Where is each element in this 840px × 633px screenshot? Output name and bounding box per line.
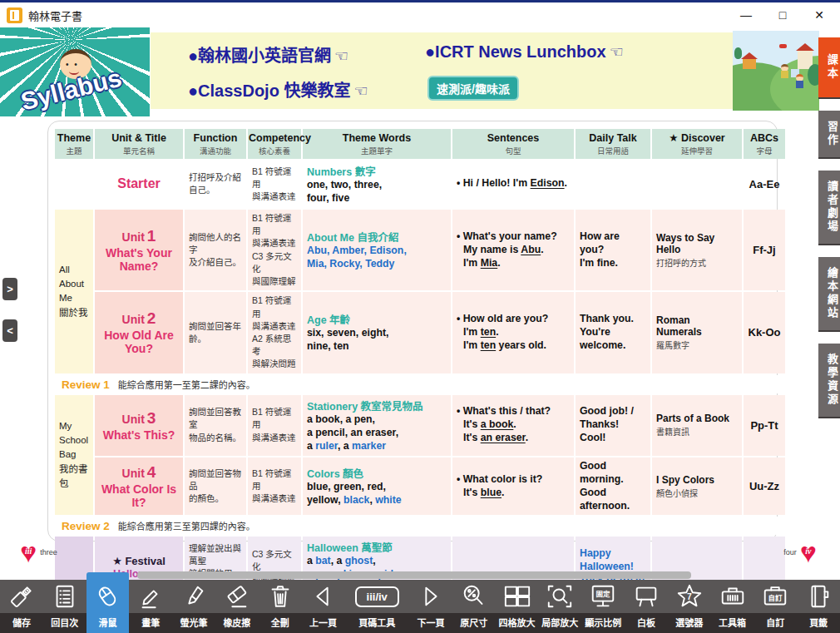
cell-unit4-abcs: Uu-Zz — [744, 457, 785, 516]
cell-unit4-theme-words: Colors 顏色blue, green, red,yellow, black,… — [303, 457, 451, 516]
side-tab-2[interactable]: 讀者劇場 — [818, 171, 840, 245]
hand-cursor-icon: ☜ — [334, 47, 348, 65]
col-header-competency: Competency核心素養 — [248, 129, 301, 159]
pen-icon — [136, 580, 165, 613]
toolbar-item-label: 白板 — [625, 613, 668, 633]
cell-unit3-title: Unit3 What's This? — [95, 395, 183, 456]
col-header-abcs: ABCs字母 — [744, 129, 785, 159]
syllabus-page-card: Theme主題 Unit & Title單元名稱 Function溝通功能 Co… — [47, 121, 778, 542]
col-header-unit-title: Unit & Title單元名稱 — [95, 129, 183, 159]
panel-collapse-toggle[interactable]: < — [2, 319, 17, 342]
heart-page-icon: ♥iii — [20, 540, 37, 565]
cell-unit4-sentences: • What color is it?It's blue. — [452, 457, 574, 516]
cell-unit2-title: Unit2 How Old Are You? — [95, 292, 183, 373]
maximize-button[interactable]: □ — [775, 8, 790, 22]
col-header-theme-words: Theme Words主題單字 — [303, 129, 451, 159]
whiteboard-icon — [632, 580, 660, 613]
cartoon-kid — [796, 74, 804, 89]
syllabus-table: Theme主題 Unit & Title單元名稱 Function溝通功能 Co… — [53, 127, 787, 633]
page-box-icon: iii/iv — [355, 580, 399, 613]
side-tab-4[interactable]: 教學資源 — [818, 344, 840, 418]
car-graphic — [779, 44, 787, 48]
cell-unit1-competency: B1 符號運用 與溝通表達 C3 多元文化 與國際理解 — [248, 210, 301, 290]
cell-unit2-discover: Roman Numerals羅馬數字 — [652, 292, 742, 373]
row-review2: Review 2能綜合應用第三至第四課的內容。 — [55, 517, 785, 535]
briefcase-custom-icon: 自訂 — [761, 580, 789, 613]
toolbar-item-star-number[interactable]: 7選號器 — [668, 580, 711, 633]
toolbar-item-toolbox[interactable]: 工具箱 — [711, 580, 754, 633]
link-icrt-news-lunchbox[interactable]: ●ICRT News Lunchbox☜ — [425, 42, 624, 62]
links-banner: ●翰林國小英語官網☜ ●ICRT News Lunchbox☜ ●ClassDo… — [151, 32, 733, 109]
toolbar-item-page-box[interactable]: iii/iv頁碼工具 — [344, 580, 409, 633]
col-header-theme: Theme主題 — [55, 129, 93, 159]
row-unit1: AllAboutMe關於我 Unit1 What's Your Name? 詢問… — [55, 210, 785, 290]
app-book-icon — [7, 7, 22, 23]
toolbar-item-usb-save[interactable]: 儲存 — [0, 580, 43, 633]
side-tab-3[interactable]: 繪本網站 — [818, 257, 840, 332]
row-starter: Starter 打招呼及介紹 自己。 B1 符號運用 與溝通表達 Numbers… — [55, 161, 785, 208]
cell-unit3-sentences: • What's this / that?It's a book.It's an… — [452, 395, 574, 456]
panel-expand-toggle[interactable]: > — [2, 278, 17, 300]
toolbar-item-next-triangle[interactable]: 下一頁 — [409, 580, 452, 633]
side-tab-0[interactable]: 課本 — [818, 37, 840, 99]
cell-unit4-discover: I Spy Colors顏色小偵探 — [652, 457, 742, 516]
toolbar-item-zoom-region[interactable]: 局部放大 — [538, 580, 581, 633]
toolbar-item-toc-list[interactable]: 回目次 — [43, 580, 86, 633]
toolbar-item-briefcase-custom[interactable]: 自訂自訂 — [754, 580, 797, 633]
monitor-fixed-icon: 固定 — [589, 580, 617, 613]
row-unit3: MySchoolBag我的書包 Unit3 What's This? 詢問並回答… — [55, 395, 785, 456]
cell-theme-my-school-bag: MySchoolBag我的書包 — [55, 395, 93, 516]
page-indicator-right: four ♥iv — [783, 540, 817, 565]
cell-unit2-theme-words: Age 年齡six, seven, eight,nine, ten — [303, 292, 451, 373]
toolbar-item-label: 局部放大 — [538, 613, 581, 633]
cell-unit3-function: 詢問並回答教室 物品的名稱。 — [185, 395, 246, 456]
hand-cursor-icon: ☜ — [353, 82, 368, 100]
toolbox-icon — [719, 580, 747, 613]
toolbar-item-trash[interactable]: 全刪 — [259, 580, 302, 633]
toolbar-item-whiteboard[interactable]: 白板 — [625, 580, 668, 633]
toolbar-item-label: 頁籤 — [797, 613, 840, 633]
page-number-indicator[interactable]: iii/iv — [355, 586, 399, 607]
trash-icon — [266, 580, 294, 613]
cell-starter-function: 打招呼及介紹 自己。 — [185, 161, 246, 208]
bottom-toolbar: 儲存回目次滑鼠畫筆螢光筆橡皮擦全刪上一頁iii/iv頁碼工具下一頁原尺寸四格放大… — [0, 580, 840, 633]
horizontal-scrollbar — [137, 571, 691, 579]
cell-unit1-title: Unit1 What's Your Name? — [95, 210, 183, 290]
toolbar-item-monitor-fixed[interactable]: 固定顯示比例 — [581, 580, 625, 633]
cell-unit2-abcs: Kk-Oo — [744, 292, 785, 373]
landscape-illustration — [733, 31, 819, 111]
cell-unit4-title: Unit4 What Color Is It? — [95, 457, 183, 516]
toolbar-item-label: 儲存 — [0, 613, 43, 633]
cell-unit3-daily: Good job! / Thanks! Cool! — [576, 395, 650, 456]
col-header-function: Function溝通功能 — [185, 129, 246, 159]
close-button[interactable]: ✕ — [812, 8, 827, 22]
grid-four-icon — [503, 580, 531, 613]
toolbar-item-label: 工具箱 — [711, 613, 754, 633]
scrollbar-thumb[interactable] — [137, 571, 691, 579]
toolbar-item-zoom-percent[interactable]: 原尺寸 — [452, 580, 496, 633]
link-hanlin-english-site[interactable]: ●翰林國小英語官網☜ — [188, 42, 348, 67]
toolbar-item-prev-triangle[interactable]: 上一頁 — [302, 580, 345, 633]
toolbar-item-grid-four[interactable]: 四格放大 — [496, 580, 539, 633]
toolbar-item-label: 畫筆 — [129, 613, 172, 633]
toolbar-item-pen[interactable]: 畫筆 — [129, 580, 172, 633]
cell-unit4-function: 詢問並回答物品 的顏色。 — [185, 457, 246, 516]
toolbar-item-eraser[interactable]: 橡皮擦 — [215, 580, 259, 633]
toolbar-item-mouse[interactable]: 滑鼠 — [86, 572, 130, 633]
toolbar-item-page-tab[interactable]: 頁籤 — [797, 580, 840, 633]
cell-unit3-abcs: Pp-Tt — [744, 395, 785, 456]
minimize-button[interactable]: — — [739, 8, 754, 22]
review2-band: Review 2能綜合應用第三至第四課的內容。 — [55, 517, 785, 535]
house-graphic — [743, 59, 756, 69]
side-tab-1[interactable]: 習作 — [818, 111, 840, 159]
cell-unit4-daily: Good morning. Good afternoon. — [576, 457, 650, 516]
next-triangle-icon — [417, 580, 445, 613]
toolbar-item-label: 顯示比例 — [581, 613, 625, 633]
link-classdojo[interactable]: ●ClassDojo 快樂教室☜ — [188, 77, 368, 101]
toolbar-item-highlighter[interactable]: 螢光筆 — [172, 580, 215, 633]
quiz-mode-button[interactable]: 速測派/趣味派 — [427, 76, 519, 101]
toolbar-item-label: 下一頁 — [409, 613, 452, 633]
zoom-percent-icon — [460, 580, 488, 613]
cell-unit3-theme-words: Stationery 教室常見物品a book, a pen,a pencil,… — [303, 395, 451, 456]
cell-starter-abcs: Aa-Ee — [744, 161, 785, 208]
